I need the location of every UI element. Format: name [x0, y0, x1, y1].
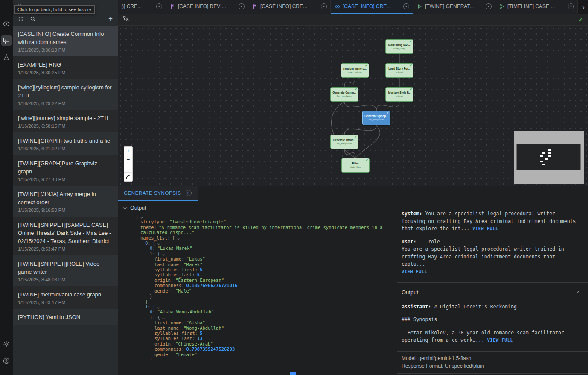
editor-tab[interactable]: [CASE INFO] CRE...× — [248, 0, 331, 14]
view-full-link[interactable]: VIEW FULL — [402, 269, 428, 274]
flow-node[interactable]: Mystery Style F...snippet✓ — [385, 87, 413, 102]
minimap-node — [545, 158, 548, 160]
prompt-list-item[interactable]: [TWINE][GRAPH]Pure Graphviz graph1/15/20… — [13, 155, 118, 186]
app-window: Prompts + [CASE INFO] Create Common Info… — [0, 0, 588, 375]
json-line: syllables_first:5 — [136, 267, 393, 272]
flow-node[interactable]: Load Story For...snippet✓ — [385, 63, 413, 78]
node-type-label: llm_completion — [332, 142, 356, 145]
prompt-icon[interactable] — [1, 35, 12, 46]
panel-tab-label: GENERATE SYNOPSIS — [124, 190, 181, 196]
collapse-caret-icon[interactable] — [157, 243, 160, 245]
tab-generate-synopsis[interactable]: GENERATE SYNOPSIS × — [118, 186, 198, 201]
close-icon[interactable]: × — [156, 3, 162, 9]
graph-layout-icon[interactable] — [123, 16, 129, 23]
output-section-header[interactable]: Output — [402, 289, 581, 296]
model-value: gemini/gemini-1.5-flash — [418, 355, 471, 361]
chevron-down-icon — [123, 205, 127, 209]
close-icon[interactable]: × — [239, 3, 245, 9]
prompt-title: [PYTHON] Yaml to JSON — [18, 313, 113, 321]
gear-icon[interactable] — [1, 339, 12, 349]
prompt-title: [CASE INFO] Create Common Info with rand… — [18, 30, 113, 46]
output-section-toggle[interactable]: Output — [118, 205, 397, 211]
collapse-caret-icon[interactable] — [177, 237, 180, 240]
add-prompt-button[interactable]: + — [108, 15, 113, 22]
prompt-title: [TWINE][SNIPPET][SAMPLE CASE] Online Thr… — [18, 221, 113, 245]
flow-node[interactable]: state mkey stor...state_mkey✓ — [385, 39, 413, 54]
json-line[interactable]: names_list:[ — [136, 235, 393, 240]
editor-tab[interactable]: )] CRE...× — [118, 0, 166, 14]
editor-tab[interactable]: [CASE INFO] REVI...× — [166, 0, 248, 14]
flow-canvas[interactable]: + − state mkey stor...state_mkey✓random … — [118, 26, 588, 186]
minimap[interactable] — [514, 131, 584, 184]
editor-tab[interactable]: [TIMELINE] CASE ...× — [495, 0, 578, 14]
editor-tab[interactable]: [CASE_INFO] CRE...× — [331, 0, 413, 14]
output-label: Output — [130, 205, 146, 211]
lock-button[interactable] — [124, 173, 132, 181]
prompt-list-item[interactable]: [TWINE] [JINJA] Array merge in correct o… — [13, 186, 118, 217]
prompt-list-item[interactable]: [TWINE][GRAPH} two truths and a lie1/16/… — [13, 132, 118, 155]
collapse-caret-icon[interactable] — [162, 317, 165, 319]
prompt-timestamp: 1/16/2025, 6:58:15 PM — [18, 123, 113, 129]
json-tree: {storyType:"TwistedLoveTriangle"theme:"A… — [118, 214, 397, 362]
json-line[interactable]: 1:{ — [136, 315, 393, 320]
synopsis-heading: ### Synopsis — [402, 316, 581, 324]
close-icon[interactable]: × — [403, 3, 409, 9]
close-icon[interactable]: × — [186, 190, 192, 196]
prompt-list-item[interactable]: [EXAMPLE] RNG1/16/2025, 8:30:25 PM — [13, 56, 118, 79]
activity-bar-top — [1, 19, 12, 69]
node-type-label: state_mkey — [387, 47, 411, 50]
prompt-title: [EXAMPLE] RNG — [18, 61, 113, 69]
flow-node[interactable]: Generate Introd...llm_completion✓ — [330, 135, 358, 149]
json-line[interactable]: { — [136, 214, 393, 219]
view-full-link[interactable]: VIEW FULL — [472, 226, 498, 231]
tab-label: )] CRE... — [122, 3, 154, 9]
fit-view-button[interactable] — [124, 164, 132, 173]
eye-icon[interactable] — [1, 19, 12, 29]
prompt-timestamp: 1/15/2025, 8:53:47 PM — [18, 246, 113, 252]
flask-icon[interactable] — [1, 52, 12, 62]
assistant-role-label: assistant: — [402, 304, 431, 310]
prompt-timestamp: 1/16/2025, 6:29:22 PM — [18, 101, 113, 106]
tab-label: [CASE INFO] REVI... — [178, 3, 236, 9]
view-full-link[interactable]: VIEW FULL — [487, 337, 513, 343]
search-icon[interactable] — [30, 16, 36, 22]
prompt-list-item[interactable]: [twine][journey] simple sample - 2T1L1/1… — [13, 110, 118, 132]
close-icon[interactable]: × — [486, 3, 492, 9]
flow-node[interactable]: Filterstate_filter✓ — [341, 158, 370, 173]
panel-resize-handle[interactable] — [290, 372, 296, 375]
prompt-title: [TWINE][GRAPH]Pure Graphviz graph — [18, 159, 113, 176]
inspector-panel: system: You are a specialist legal proce… — [397, 186, 588, 375]
refresh-icon[interactable] — [18, 16, 24, 22]
prompt-timestamp: 1/15/2025, 9:16:50 PM — [18, 208, 113, 213]
prompt-timestamp: 1/14/2025, 9:43:17 PM — [18, 300, 113, 305]
prompt-list-item[interactable]: [TWINE][SNIPPET][SAMPLE CASE] Online Thr… — [13, 217, 118, 255]
collapse-caret-icon[interactable] — [140, 216, 143, 219]
zoom-in-button[interactable]: + — [124, 147, 132, 155]
json-line: 0:"Aisha Wong-Abdullah" — [136, 309, 393, 314]
prompt-list-item[interactable]: [twine][syllogism] sample syllogism for … — [13, 79, 118, 110]
collapse-caret-icon[interactable] — [157, 306, 160, 309]
close-icon[interactable]: × — [321, 3, 327, 9]
json-line[interactable]: 0:[ — [136, 240, 393, 246]
flow-node[interactable]: Generate Synop...llm_completion✓ — [362, 111, 390, 125]
prompt-list-item[interactable]: [TWINE] metroidvania case graph1/14/2025… — [13, 286, 118, 309]
flow-node[interactable]: random name g...exec_python✓ — [341, 63, 369, 78]
node-title: Generate Introd... — [332, 138, 356, 142]
json-output-view: Output {storyType:"TwistedLoveTriangle"t… — [118, 201, 397, 375]
json-line[interactable]: 1:{ — [136, 251, 393, 256]
divider — [397, 282, 588, 283]
json-line[interactable]: 1:[ — [136, 304, 393, 309]
close-icon[interactable]: × — [568, 3, 574, 9]
json-line: 0:"Lukas Marek" — [136, 246, 393, 251]
chevron-up-icon — [576, 291, 580, 295]
prompt-list-item[interactable]: [TWINE][SNIPPET][ROLE] Video game writer… — [13, 255, 118, 286]
account-icon[interactable] — [1, 356, 12, 366]
editor-tab[interactable]: [TWINE] GENERAT...× — [413, 0, 495, 14]
collapse-caret-icon[interactable] — [162, 253, 165, 256]
zoom-out-button[interactable]: − — [124, 155, 132, 164]
flow-node[interactable]: Generate Comm...llm_completion✓ — [330, 87, 358, 102]
prompt-list-item[interactable]: [CASE INFO] Create Common Info with rand… — [13, 26, 118, 56]
prompt-list-item[interactable]: [PYTHON] Yaml to JSON — [13, 309, 118, 325]
graph-status-check-icon: ✓ — [578, 17, 583, 23]
tab-overflow-chevron-icon[interactable]: › — [578, 0, 588, 14]
